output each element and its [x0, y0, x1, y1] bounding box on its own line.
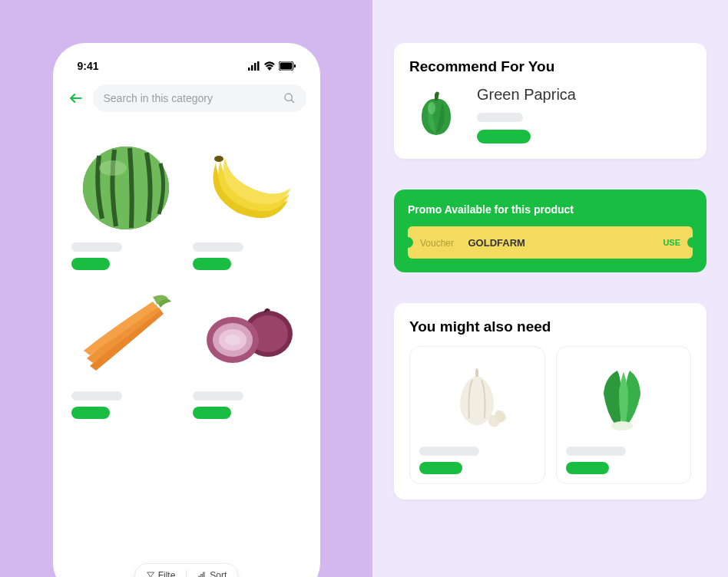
status-icons	[248, 61, 296, 71]
product-card[interactable]	[193, 137, 302, 270]
voucher-code: GOLDFARM	[468, 237, 525, 249]
svg-rect-22	[201, 575, 203, 578]
product-price-skeleton	[71, 407, 110, 419]
mini-price-skeleton	[566, 462, 609, 474]
arrow-left-icon	[68, 91, 84, 106]
mini-card[interactable]	[556, 346, 692, 484]
sort-button[interactable]: Sort	[197, 570, 227, 577]
recommend-price-skeleton	[477, 130, 531, 143]
mini-image-garlic	[419, 356, 535, 440]
promo-title: Promo Available for this product	[408, 203, 693, 216]
recommend-card: Recommend For You Green Paprica	[394, 43, 706, 159]
svg-point-12	[99, 160, 127, 176]
voucher-use-button[interactable]: USE	[663, 238, 680, 247]
search-placeholder: Search in this category	[104, 92, 213, 104]
svg-rect-3	[257, 61, 260, 71]
sort-label: Sort	[210, 570, 227, 577]
svg-marker-20	[147, 572, 154, 577]
product-image-carrots	[76, 285, 176, 385]
recommend-title: Recommend For You	[409, 58, 691, 75]
recommend-meta-skeleton	[477, 113, 523, 122]
voucher-label: Voucher	[420, 238, 454, 249]
svg-point-19	[225, 335, 240, 345]
product-grid	[64, 118, 309, 437]
mini-image-bok-choy	[566, 356, 682, 440]
search-icon	[283, 92, 296, 104]
product-name-skeleton	[71, 391, 122, 401]
product-name-skeleton	[193, 242, 243, 252]
product-card[interactable]	[193, 285, 302, 419]
product-price-skeleton	[193, 407, 231, 419]
promo-card: Promo Available for this product Voucher…	[394, 190, 706, 272]
also-need-title: You might also need	[409, 318, 691, 335]
wifi-icon	[263, 61, 276, 71]
also-need-card: You might also need	[394, 303, 706, 500]
product-card[interactable]	[71, 285, 180, 419]
mini-card[interactable]	[409, 346, 545, 484]
filter-sort-bar: Filte Sort	[134, 563, 239, 577]
svg-line-9	[291, 100, 294, 103]
cellular-icon	[248, 61, 260, 71]
product-image-watermelon	[76, 137, 176, 236]
recommend-image-green-paprica	[409, 86, 463, 140]
product-price-skeleton	[71, 258, 110, 270]
svg-point-25	[611, 421, 633, 430]
svg-rect-23	[204, 572, 205, 577]
product-image-banana	[197, 137, 297, 236]
search-input[interactable]: Search in this category	[93, 84, 306, 112]
recommend-product-name: Green Paprica	[477, 86, 576, 104]
filter-button[interactable]: Filte	[146, 570, 176, 577]
product-name-skeleton	[193, 391, 243, 401]
svg-rect-6	[294, 64, 296, 68]
mini-name-skeleton	[419, 447, 479, 456]
filter-label: Filte	[158, 570, 176, 577]
svg-rect-5	[280, 63, 292, 70]
status-time: 9:41	[78, 60, 99, 72]
voucher: Voucher GOLDFARM USE	[408, 226, 693, 259]
filter-icon	[146, 571, 155, 577]
svg-point-13	[214, 156, 223, 162]
mini-name-skeleton	[566, 447, 626, 456]
product-card[interactable]	[71, 137, 180, 270]
status-bar: 9:41	[64, 54, 309, 78]
product-image-red-onion	[197, 285, 297, 385]
svg-point-8	[285, 94, 292, 101]
product-price-skeleton	[193, 258, 231, 270]
sort-icon	[197, 571, 207, 577]
svg-rect-2	[254, 63, 256, 71]
product-name-skeleton	[71, 242, 122, 252]
mini-price-skeleton	[419, 462, 462, 474]
battery-icon	[279, 61, 296, 71]
svg-rect-0	[248, 68, 250, 71]
phone-frame: 9:41 Search in this category	[53, 43, 320, 577]
svg-point-24	[428, 102, 435, 114]
svg-rect-1	[251, 65, 253, 71]
divider	[186, 570, 187, 577]
back-button[interactable]	[67, 89, 85, 107]
